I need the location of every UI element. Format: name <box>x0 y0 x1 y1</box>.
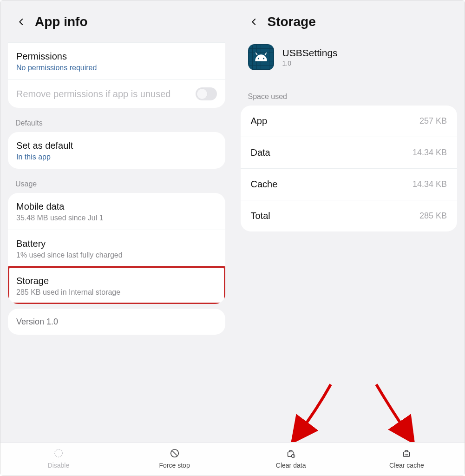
force-stop-icon <box>169 448 180 459</box>
card-defaults: Set as default In this app <box>8 132 225 169</box>
clear-cache-icon <box>401 448 412 459</box>
toggle-remove-permissions[interactable] <box>196 87 217 100</box>
svg-point-0 <box>55 450 63 457</box>
mobile-data-sub: 35.48 MB used since Jul 1 <box>16 214 217 222</box>
row-cache-size: Cache 14.34 KB <box>241 168 458 200</box>
row-data-size: Data 14.34 KB <box>241 137 458 168</box>
permissions-sub: No permissions required <box>16 64 217 72</box>
app-name: USBSettings <box>282 47 338 59</box>
cache-size-value: 14.34 KB <box>413 179 447 189</box>
disable-label: Disable <box>48 462 70 469</box>
svg-point-3 <box>257 58 259 59</box>
clear-data-icon <box>285 448 296 459</box>
card-usage: Mobile data 35.48 MB used since Jul 1 Ba… <box>8 193 225 304</box>
clear-cache-label: Clear cache <box>389 462 424 469</box>
clear-data-button[interactable]: Clear data <box>233 448 349 469</box>
svg-line-6 <box>265 53 266 55</box>
bottom-bar: Clear data Clear cache <box>233 443 465 476</box>
chevron-left-icon <box>250 18 258 26</box>
svg-line-2 <box>172 451 177 456</box>
app-size-label: App <box>251 116 268 126</box>
pane-app-info: App info Permissions No permissions requ… <box>0 0 233 476</box>
section-defaults: Defaults <box>0 112 233 132</box>
app-icon <box>248 44 274 70</box>
battery-title: Battery <box>16 238 217 250</box>
force-stop-label: Force stop <box>159 462 190 469</box>
page-title: Storage <box>268 14 316 29</box>
card-privacy: Permissions No permissions required Remo… <box>8 42 225 108</box>
section-space-used: Space used <box>233 79 465 106</box>
data-size-value: 14.34 KB <box>413 148 447 158</box>
row-permissions[interactable]: Permissions No permissions required <box>8 42 225 79</box>
version-label: Version 1.0 <box>16 316 217 327</box>
clear-cache-button[interactable]: Clear cache <box>349 448 465 469</box>
pane-storage: Storage USBSettings 1.0 Space used App <box>233 0 465 476</box>
data-size-label: Data <box>251 147 270 158</box>
clear-data-label: Clear data <box>276 462 306 469</box>
total-size-value: 285 KB <box>419 211 447 221</box>
back-button[interactable] <box>249 17 259 27</box>
set-default-title: Set as default <box>16 139 217 152</box>
battery-sub: 1% used since last fully charged <box>16 251 217 259</box>
page-title: App info <box>35 14 88 29</box>
app-size-value: 257 KB <box>419 116 447 126</box>
row-set-default[interactable]: Set as default In this app <box>8 132 225 169</box>
android-icon <box>253 52 269 62</box>
permissions-title: Permissions <box>16 50 217 63</box>
row-remove-permissions[interactable]: Remove permissions if app is unused <box>8 79 225 108</box>
back-button[interactable] <box>16 17 26 27</box>
storage-title: Storage <box>16 275 217 287</box>
annotation-arrow <box>368 382 419 442</box>
storage-sub: 285 KB used in Internal storage <box>16 288 217 297</box>
card-version: Version 1.0 <box>8 309 225 335</box>
row-mobile-data[interactable]: Mobile data 35.48 MB used since Jul 1 <box>8 193 225 230</box>
svg-line-5 <box>255 53 257 55</box>
cache-size-label: Cache <box>251 179 278 190</box>
remove-permissions-title: Remove permissions if app is unused <box>16 88 186 100</box>
row-total-size: Total 285 KB <box>241 200 458 231</box>
row-app-size: App 257 KB <box>241 106 458 137</box>
row-battery[interactable]: Battery 1% used since last fully charged <box>8 230 225 267</box>
app-version: 1.0 <box>282 60 338 67</box>
disable-icon <box>53 448 64 459</box>
svg-point-4 <box>263 58 264 59</box>
set-default-sub: In this app <box>16 153 217 161</box>
annotation-arrow <box>289 382 340 442</box>
total-size-label: Total <box>251 211 270 221</box>
bottom-bar: Disable Force stop <box>0 443 233 476</box>
section-usage: Usage <box>0 173 233 193</box>
mobile-data-title: Mobile data <box>16 200 217 213</box>
force-stop-button[interactable]: Force stop <box>117 448 233 469</box>
disable-button[interactable]: Disable <box>0 448 117 469</box>
card-space-used: App 257 KB Data 14.34 KB Cache 14.34 KB … <box>241 106 458 231</box>
app-identity: USBSettings 1.0 <box>233 44 465 79</box>
header: Storage <box>233 0 465 42</box>
row-storage[interactable]: Storage 285 KB used in Internal storage <box>8 267 225 304</box>
chevron-left-icon <box>17 18 26 26</box>
header: App info <box>0 0 233 42</box>
row-version: Version 1.0 <box>8 309 225 335</box>
